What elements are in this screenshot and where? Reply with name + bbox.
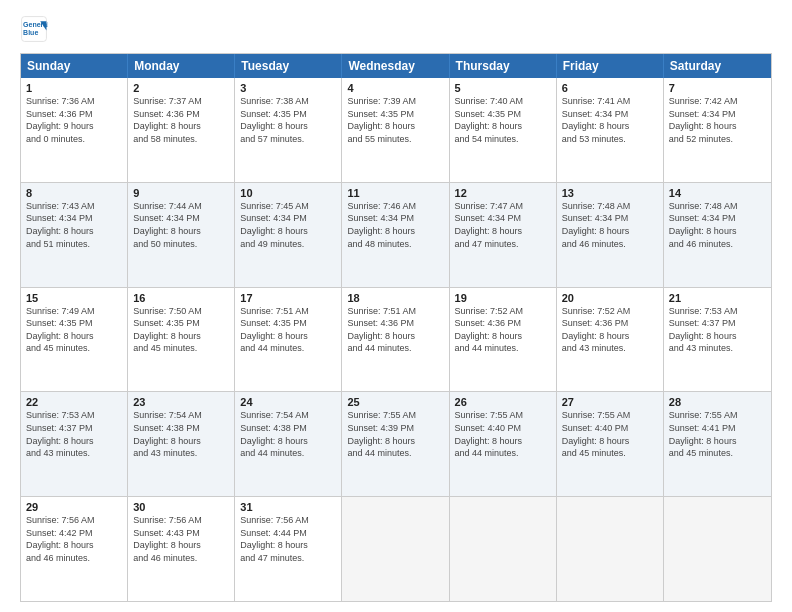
day-number: 10 [240, 187, 336, 199]
day-number: 19 [455, 292, 551, 304]
day-number: 8 [26, 187, 122, 199]
logo-icon: General Blue [20, 15, 48, 43]
day-number: 18 [347, 292, 443, 304]
day-cell-11: 11Sunrise: 7:46 AM Sunset: 4:34 PM Dayli… [342, 183, 449, 287]
empty-cell [557, 497, 664, 601]
day-info: Sunrise: 7:55 AM Sunset: 4:39 PM Dayligh… [347, 409, 443, 459]
svg-text:Blue: Blue [23, 29, 38, 36]
calendar-row-4: 22Sunrise: 7:53 AM Sunset: 4:37 PM Dayli… [21, 391, 771, 496]
day-cell-9: 9Sunrise: 7:44 AM Sunset: 4:34 PM Daylig… [128, 183, 235, 287]
day-info: Sunrise: 7:39 AM Sunset: 4:35 PM Dayligh… [347, 95, 443, 145]
day-info: Sunrise: 7:51 AM Sunset: 4:36 PM Dayligh… [347, 305, 443, 355]
day-cell-8: 8Sunrise: 7:43 AM Sunset: 4:34 PM Daylig… [21, 183, 128, 287]
day-cell-10: 10Sunrise: 7:45 AM Sunset: 4:34 PM Dayli… [235, 183, 342, 287]
day-cell-25: 25Sunrise: 7:55 AM Sunset: 4:39 PM Dayli… [342, 392, 449, 496]
header: General Blue [20, 15, 772, 43]
day-cell-7: 7Sunrise: 7:42 AM Sunset: 4:34 PM Daylig… [664, 78, 771, 182]
day-info: Sunrise: 7:36 AM Sunset: 4:36 PM Dayligh… [26, 95, 122, 145]
day-info: Sunrise: 7:54 AM Sunset: 4:38 PM Dayligh… [133, 409, 229, 459]
day-cell-4: 4Sunrise: 7:39 AM Sunset: 4:35 PM Daylig… [342, 78, 449, 182]
day-info: Sunrise: 7:37 AM Sunset: 4:36 PM Dayligh… [133, 95, 229, 145]
day-cell-30: 30Sunrise: 7:56 AM Sunset: 4:43 PM Dayli… [128, 497, 235, 601]
day-number: 28 [669, 396, 766, 408]
page: General Blue SundayMondayTuesdayWednesda… [0, 0, 792, 612]
day-cell-19: 19Sunrise: 7:52 AM Sunset: 4:36 PM Dayli… [450, 288, 557, 392]
empty-cell [664, 497, 771, 601]
day-cell-12: 12Sunrise: 7:47 AM Sunset: 4:34 PM Dayli… [450, 183, 557, 287]
day-number: 11 [347, 187, 443, 199]
day-number: 7 [669, 82, 766, 94]
day-number: 24 [240, 396, 336, 408]
calendar-header: SundayMondayTuesdayWednesdayThursdayFrid… [21, 54, 771, 78]
day-info: Sunrise: 7:46 AM Sunset: 4:34 PM Dayligh… [347, 200, 443, 250]
day-info: Sunrise: 7:53 AM Sunset: 4:37 PM Dayligh… [26, 409, 122, 459]
header-day-saturday: Saturday [664, 54, 771, 78]
day-number: 22 [26, 396, 122, 408]
day-info: Sunrise: 7:48 AM Sunset: 4:34 PM Dayligh… [562, 200, 658, 250]
empty-cell [450, 497, 557, 601]
calendar: SundayMondayTuesdayWednesdayThursdayFrid… [20, 53, 772, 602]
day-number: 25 [347, 396, 443, 408]
day-info: Sunrise: 7:38 AM Sunset: 4:35 PM Dayligh… [240, 95, 336, 145]
day-cell-3: 3Sunrise: 7:38 AM Sunset: 4:35 PM Daylig… [235, 78, 342, 182]
day-cell-28: 28Sunrise: 7:55 AM Sunset: 4:41 PM Dayli… [664, 392, 771, 496]
day-cell-27: 27Sunrise: 7:55 AM Sunset: 4:40 PM Dayli… [557, 392, 664, 496]
day-cell-2: 2Sunrise: 7:37 AM Sunset: 4:36 PM Daylig… [128, 78, 235, 182]
day-number: 1 [26, 82, 122, 94]
day-cell-24: 24Sunrise: 7:54 AM Sunset: 4:38 PM Dayli… [235, 392, 342, 496]
day-number: 27 [562, 396, 658, 408]
day-number: 12 [455, 187, 551, 199]
day-cell-6: 6Sunrise: 7:41 AM Sunset: 4:34 PM Daylig… [557, 78, 664, 182]
header-day-monday: Monday [128, 54, 235, 78]
day-number: 6 [562, 82, 658, 94]
day-cell-14: 14Sunrise: 7:48 AM Sunset: 4:34 PM Dayli… [664, 183, 771, 287]
header-day-friday: Friday [557, 54, 664, 78]
calendar-row-2: 8Sunrise: 7:43 AM Sunset: 4:34 PM Daylig… [21, 182, 771, 287]
day-number: 16 [133, 292, 229, 304]
day-info: Sunrise: 7:42 AM Sunset: 4:34 PM Dayligh… [669, 95, 766, 145]
calendar-body: 1Sunrise: 7:36 AM Sunset: 4:36 PM Daylig… [21, 78, 771, 601]
day-cell-15: 15Sunrise: 7:49 AM Sunset: 4:35 PM Dayli… [21, 288, 128, 392]
day-number: 29 [26, 501, 122, 513]
day-number: 21 [669, 292, 766, 304]
day-number: 9 [133, 187, 229, 199]
day-info: Sunrise: 7:55 AM Sunset: 4:40 PM Dayligh… [455, 409, 551, 459]
day-number: 26 [455, 396, 551, 408]
day-cell-23: 23Sunrise: 7:54 AM Sunset: 4:38 PM Dayli… [128, 392, 235, 496]
day-info: Sunrise: 7:43 AM Sunset: 4:34 PM Dayligh… [26, 200, 122, 250]
logo: General Blue [20, 15, 52, 43]
day-number: 4 [347, 82, 443, 94]
day-info: Sunrise: 7:44 AM Sunset: 4:34 PM Dayligh… [133, 200, 229, 250]
day-info: Sunrise: 7:50 AM Sunset: 4:35 PM Dayligh… [133, 305, 229, 355]
day-cell-17: 17Sunrise: 7:51 AM Sunset: 4:35 PM Dayli… [235, 288, 342, 392]
day-info: Sunrise: 7:56 AM Sunset: 4:42 PM Dayligh… [26, 514, 122, 564]
calendar-row-5: 29Sunrise: 7:56 AM Sunset: 4:42 PM Dayli… [21, 496, 771, 601]
header-day-thursday: Thursday [450, 54, 557, 78]
day-info: Sunrise: 7:55 AM Sunset: 4:40 PM Dayligh… [562, 409, 658, 459]
day-cell-18: 18Sunrise: 7:51 AM Sunset: 4:36 PM Dayli… [342, 288, 449, 392]
header-day-wednesday: Wednesday [342, 54, 449, 78]
day-info: Sunrise: 7:56 AM Sunset: 4:44 PM Dayligh… [240, 514, 336, 564]
day-info: Sunrise: 7:45 AM Sunset: 4:34 PM Dayligh… [240, 200, 336, 250]
day-info: Sunrise: 7:51 AM Sunset: 4:35 PM Dayligh… [240, 305, 336, 355]
day-info: Sunrise: 7:41 AM Sunset: 4:34 PM Dayligh… [562, 95, 658, 145]
day-cell-21: 21Sunrise: 7:53 AM Sunset: 4:37 PM Dayli… [664, 288, 771, 392]
day-cell-26: 26Sunrise: 7:55 AM Sunset: 4:40 PM Dayli… [450, 392, 557, 496]
day-info: Sunrise: 7:55 AM Sunset: 4:41 PM Dayligh… [669, 409, 766, 459]
day-number: 13 [562, 187, 658, 199]
day-number: 14 [669, 187, 766, 199]
calendar-row-1: 1Sunrise: 7:36 AM Sunset: 4:36 PM Daylig… [21, 78, 771, 182]
day-cell-20: 20Sunrise: 7:52 AM Sunset: 4:36 PM Dayli… [557, 288, 664, 392]
header-day-sunday: Sunday [21, 54, 128, 78]
day-info: Sunrise: 7:56 AM Sunset: 4:43 PM Dayligh… [133, 514, 229, 564]
day-info: Sunrise: 7:52 AM Sunset: 4:36 PM Dayligh… [455, 305, 551, 355]
day-number: 3 [240, 82, 336, 94]
day-info: Sunrise: 7:48 AM Sunset: 4:34 PM Dayligh… [669, 200, 766, 250]
day-number: 5 [455, 82, 551, 94]
day-number: 20 [562, 292, 658, 304]
day-number: 2 [133, 82, 229, 94]
calendar-row-3: 15Sunrise: 7:49 AM Sunset: 4:35 PM Dayli… [21, 287, 771, 392]
day-info: Sunrise: 7:54 AM Sunset: 4:38 PM Dayligh… [240, 409, 336, 459]
day-number: 17 [240, 292, 336, 304]
day-cell-31: 31Sunrise: 7:56 AM Sunset: 4:44 PM Dayli… [235, 497, 342, 601]
